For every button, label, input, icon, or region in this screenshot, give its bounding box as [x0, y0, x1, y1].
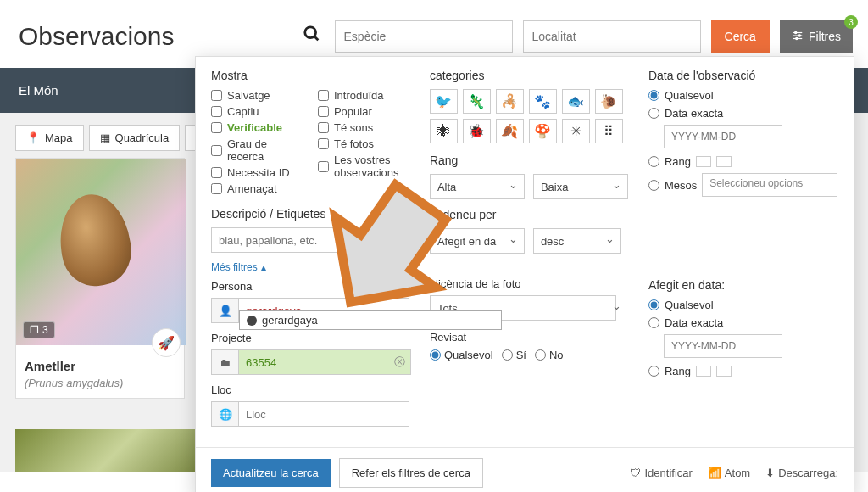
cb-introduida[interactable]: Introduïda [318, 89, 409, 102]
desc-input[interactable] [211, 227, 409, 253]
cat-mollusk-icon[interactable]: 🐌 [595, 89, 623, 114]
atom-link[interactable]: 📶Atom [708, 467, 750, 479]
rank-high-select[interactable]: Alta [430, 174, 525, 199]
added-any-radio[interactable]: Qualsevol [648, 299, 838, 311]
categories-title: categories [430, 69, 628, 82]
view-map-button[interactable]: 📍 Mapa [15, 125, 84, 151]
cb-popular[interactable]: Popular [318, 105, 409, 118]
filters-count-badge: 3 [844, 15, 858, 29]
page-title: Observacions [19, 22, 174, 51]
cat-mammal-icon[interactable]: 🐾 [529, 89, 557, 114]
added-start-input[interactable] [696, 366, 711, 377]
rank-low-select[interactable]: Baixa [533, 174, 628, 199]
species-input[interactable] [335, 20, 513, 53]
obsdate-months-radio[interactable]: Mesos [648, 179, 697, 192]
briefcase-icon: 🖿 [211, 349, 238, 375]
svg-point-7 [796, 37, 798, 39]
rang-title: Rang [430, 154, 628, 167]
observation-card[interactable]: ❐ 3 🚀 Ametller (Prunus amygdalus) [15, 158, 185, 399]
rss-icon: 📶 [708, 467, 721, 479]
sort-dir-select[interactable]: desc [533, 228, 621, 254]
locality-input[interactable] [523, 20, 701, 53]
globe-icon: 🌐 [211, 401, 238, 427]
pin-icon: 📍 [26, 131, 40, 144]
rev-yes-radio[interactable]: Sí [502, 349, 526, 361]
sort-title: Ordeneu per [430, 208, 628, 221]
svg-point-5 [794, 31, 796, 33]
cat-reptile-icon[interactable]: 🦂 [496, 89, 524, 114]
cb-vostres-obs[interactable]: Les vostres observacions [318, 154, 409, 179]
cb-grau-recerca[interactable]: Grau de recerca [211, 137, 303, 163]
avatar-dot-icon [247, 316, 257, 326]
license-title: Llicència de la foto [430, 277, 628, 290]
clear-project-icon[interactable]: ⓧ [391, 349, 409, 375]
filters-panel: Mostra Salvatge Captiu Verificable Grau … [195, 56, 854, 492]
obsdate-exact-radio[interactable]: Data exacta [648, 107, 838, 120]
download-link[interactable]: ⬇Descarrega: [765, 467, 838, 479]
photo-count-badge: ❐ 3 [23, 321, 55, 338]
cat-fish-icon[interactable]: 🐟 [562, 89, 590, 114]
cb-salvatge[interactable]: Salvatge [211, 89, 303, 102]
chevron-up-icon: ▴ [261, 261, 266, 273]
cb-verificable[interactable]: Verificable [211, 121, 303, 134]
added-date-title: Afegit en data: [648, 278, 838, 292]
reset-filters-button[interactable]: Refer els filtres de cerca [339, 458, 483, 488]
lloc-input[interactable] [238, 401, 409, 427]
revisat-title: Revisat [430, 331, 628, 344]
added-end-input[interactable] [716, 366, 732, 377]
cb-amenacat[interactable]: Amenaçat [211, 182, 303, 195]
persona-label: Persona [211, 280, 409, 293]
observation-scientific-name: (Prunus amygdalus) [16, 377, 184, 398]
cat-plant-icon[interactable]: 🍂 [496, 119, 524, 143]
persona-suggest-item[interactable]: gerardgaya [239, 310, 502, 330]
rev-any-radio[interactable]: Qualsevol [430, 349, 493, 361]
grid-icon: ▦ [100, 131, 110, 144]
obsdate-any-radio[interactable]: Qualsevol [648, 89, 838, 102]
svg-point-6 [798, 34, 800, 36]
stack-icon: ❐ [30, 324, 39, 336]
cat-unknown-icon[interactable]: ⠿ [595, 119, 623, 143]
download-icon: ⬇ [765, 467, 775, 479]
rev-no-radio[interactable]: No [535, 349, 564, 361]
lloc-label: Lloc [211, 383, 409, 396]
sliders-icon [792, 30, 804, 44]
obsdate-start-input[interactable] [696, 156, 711, 167]
cat-fungi-icon[interactable]: 🍄 [529, 119, 557, 143]
sort-field-select[interactable]: Afegit en da [430, 228, 525, 254]
cat-bird-icon[interactable]: 🐦 [430, 89, 458, 114]
filters-button[interactable]: Filtres 3 [780, 20, 853, 53]
added-exact-input[interactable] [664, 334, 782, 358]
cb-te-sons[interactable]: Té sons [318, 121, 409, 134]
identify-link[interactable]: 🛡Identificar [630, 467, 692, 479]
obsdate-end-input[interactable] [716, 156, 732, 167]
update-search-button[interactable]: Actualitzeu la cerca [211, 459, 331, 487]
search-icon [303, 25, 321, 48]
obsdate-exact-input[interactable] [664, 125, 782, 148]
cat-protozoa-icon[interactable]: ✳ [562, 119, 590, 143]
mostra-title: Mostra [211, 69, 409, 82]
cat-insect-icon[interactable]: 🐞 [463, 119, 491, 143]
projecte-label: Projecte [211, 332, 409, 344]
person-icon: 👤 [211, 298, 238, 323]
more-filters-link[interactable]: Més filtres▴ [211, 261, 409, 273]
added-range-radio[interactable]: Rang [648, 365, 691, 377]
desc-title: Descripció / Etiquetes [211, 207, 409, 221]
search-button[interactable]: Cerca [711, 20, 770, 53]
cb-necessita-id[interactable]: Necessita ID [211, 166, 303, 179]
cb-captiu[interactable]: Captiu [211, 105, 303, 118]
obsdate-range-radio[interactable]: Rang [648, 155, 691, 168]
svg-line-1 [314, 36, 318, 41]
obs-date-title: Data de l'observació [648, 69, 838, 82]
months-select[interactable]: Seleccioneu opcions [702, 173, 837, 197]
cat-amphibian-icon[interactable]: 🦎 [463, 89, 491, 114]
observation-image[interactable]: ❐ 3 🚀 [16, 159, 186, 345]
cb-te-fotos[interactable]: Té fotos [318, 137, 409, 150]
added-exact-radio[interactable]: Data exacta [648, 316, 838, 329]
svg-point-0 [304, 27, 315, 38]
cat-arachnid-icon[interactable]: 🕷 [430, 119, 458, 143]
shield-icon: 🛡 [630, 467, 641, 479]
projecte-input[interactable] [238, 349, 411, 375]
user-avatar[interactable]: 🚀 [152, 328, 181, 357]
view-grid-button[interactable]: ▦ Quadrícula [89, 125, 181, 151]
